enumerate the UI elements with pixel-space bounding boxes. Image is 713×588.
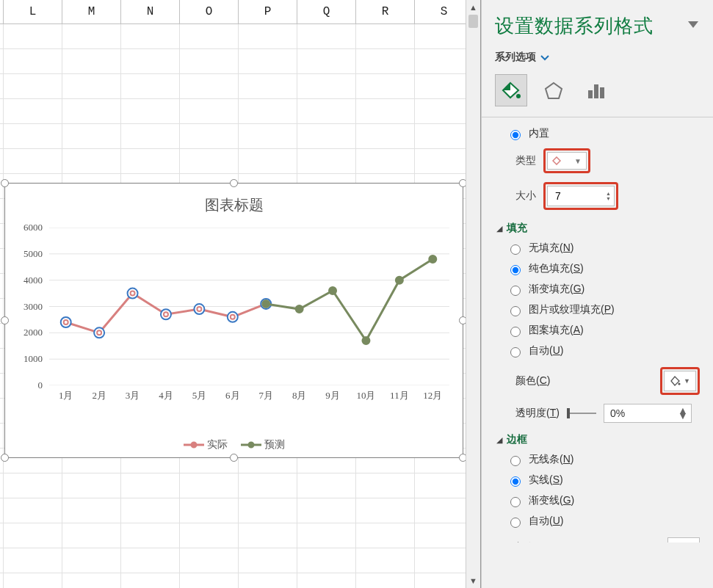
radio[interactable]: [510, 244, 521, 255]
resize-handle[interactable]: [1, 454, 9, 462]
cell[interactable]: [121, 573, 180, 588]
cell[interactable]: [356, 523, 415, 548]
cell[interactable]: [4, 498, 62, 523]
cell[interactable]: [180, 74, 239, 98]
radio-builtin[interactable]: [510, 130, 521, 140]
column-header[interactable]: N: [121, 0, 180, 23]
cell[interactable]: [356, 548, 415, 573]
cell[interactable]: [239, 498, 297, 523]
cell[interactable]: [415, 49, 474, 73]
cell[interactable]: [239, 49, 297, 73]
cell[interactable]: [297, 99, 356, 123]
radio[interactable]: [510, 306, 521, 316]
fill-auto-row[interactable]: 自动(U): [491, 341, 704, 361]
cell[interactable]: [121, 149, 180, 173]
resize-handle[interactable]: [1, 179, 9, 187]
cell[interactable]: [180, 573, 239, 588]
fill-gradient-row[interactable]: 渐变填充(G): [491, 279, 704, 300]
cell[interactable]: [62, 49, 121, 73]
chart-object[interactable]: 图表标题 0100020003000400050006000 1月2月3月4月5…: [4, 183, 463, 458]
transparency-input[interactable]: 0% ▲▼: [604, 404, 692, 423]
fill-solid-row[interactable]: 纯色填充(S): [491, 258, 704, 279]
cell[interactable]: [239, 573, 297, 588]
cell[interactable]: [415, 498, 474, 523]
cell[interactable]: [356, 49, 415, 73]
cell[interactable]: [62, 74, 121, 98]
cell[interactable]: [415, 548, 474, 573]
radio[interactable]: [510, 265, 521, 275]
border-color-button[interactable]: ▼: [667, 537, 700, 542]
border-gradient-row[interactable]: 渐变线(G): [491, 490, 704, 511]
series-options-tab[interactable]: [580, 74, 612, 106]
series-options-heading[interactable]: 系列选项: [482, 46, 713, 67]
column-header[interactable]: S: [415, 0, 474, 23]
cell[interactable]: [4, 149, 62, 173]
cell[interactable]: [356, 24, 415, 48]
cell[interactable]: [356, 74, 415, 98]
fill-section-heading[interactable]: ◢ 填充: [491, 214, 704, 238]
radio[interactable]: [510, 347, 521, 357]
cell[interactable]: [62, 523, 121, 548]
fill-none-row[interactable]: 无填充(N): [491, 238, 704, 258]
legend[interactable]: 实际 预测: [5, 438, 463, 451]
cell[interactable]: [297, 49, 356, 73]
cell[interactable]: [356, 149, 415, 173]
cell[interactable]: [121, 473, 180, 498]
cell[interactable]: [297, 24, 356, 48]
cell[interactable]: [121, 74, 180, 98]
scroll-up-icon[interactable]: ▲: [466, 0, 480, 15]
legend-item-actual[interactable]: 实际: [184, 438, 228, 451]
column-header[interactable]: L: [4, 0, 62, 23]
cell[interactable]: [4, 24, 62, 48]
cell[interactable]: [180, 473, 239, 498]
border-none-row[interactable]: 无线条(N): [491, 449, 704, 470]
builtin-radio[interactable]: 内置: [491, 123, 704, 144]
cell[interactable]: [180, 149, 239, 173]
cell[interactable]: [62, 99, 121, 123]
radio[interactable]: [510, 456, 521, 466]
chart-title[interactable]: 图表标题: [5, 184, 463, 222]
effects-tab[interactable]: [538, 74, 570, 106]
cell[interactable]: [180, 523, 239, 548]
fill-line-tab[interactable]: [495, 74, 527, 106]
cell[interactable]: [415, 473, 474, 498]
cell[interactable]: [297, 498, 356, 523]
cell[interactable]: [62, 24, 121, 48]
spinner-buttons[interactable]: ▲▼: [678, 408, 688, 418]
cell[interactable]: [4, 74, 62, 98]
fill-pattern-row[interactable]: 图案填充(A): [491, 320, 704, 341]
resize-handle[interactable]: [230, 179, 238, 187]
cell[interactable]: [297, 523, 356, 548]
cell[interactable]: [4, 523, 62, 548]
cell[interactable]: [121, 523, 180, 548]
cell[interactable]: [415, 74, 474, 98]
cell[interactable]: [121, 99, 180, 123]
cell[interactable]: [415, 523, 474, 548]
cell[interactable]: [62, 498, 121, 523]
cell[interactable]: [4, 473, 62, 498]
cell[interactable]: [297, 124, 356, 148]
cell[interactable]: [415, 573, 474, 588]
scroll-down-icon[interactable]: ▼: [466, 573, 480, 588]
cell[interactable]: [180, 548, 239, 573]
cell[interactable]: [121, 24, 180, 48]
cell[interactable]: [356, 99, 415, 123]
plot-area[interactable]: 0100020003000400050006000 1月2月3月4月5月6月7月…: [16, 228, 455, 406]
radio[interactable]: [510, 327, 521, 337]
cell[interactable]: [180, 124, 239, 148]
cell[interactable]: [239, 24, 297, 48]
cell[interactable]: [239, 99, 297, 123]
cell[interactable]: [415, 24, 474, 48]
cell[interactable]: [239, 74, 297, 98]
pane-options-dropdown[interactable]: [688, 19, 698, 31]
spinner-buttons[interactable]: ▲▼: [606, 191, 611, 201]
cell[interactable]: [180, 49, 239, 73]
fill-color-button[interactable]: ▼: [664, 371, 696, 391]
cell[interactable]: [356, 573, 415, 588]
cell[interactable]: [297, 149, 356, 173]
cell[interactable]: [239, 473, 297, 498]
cell[interactable]: [4, 548, 62, 573]
cell[interactable]: [297, 473, 356, 498]
vertical-scrollbar[interactable]: ▲ ▼: [466, 0, 480, 588]
radio[interactable]: [510, 286, 521, 296]
